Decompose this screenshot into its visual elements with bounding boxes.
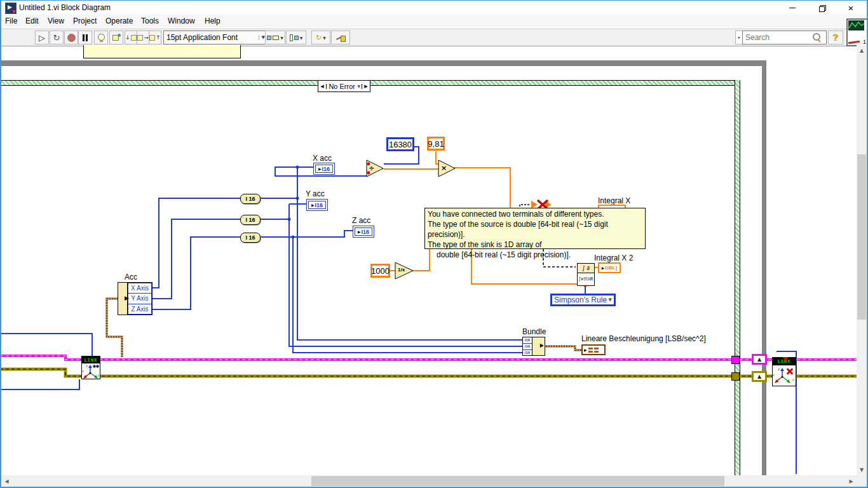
case-selector: ◀ No Error ▼ ▶ [318, 80, 370, 92]
menu-view[interactable]: View [48, 17, 64, 25]
scroll-right-button[interactable]: ▶ [846, 475, 857, 487]
y-acc-terminal[interactable]: ▶ I16 [306, 199, 328, 211]
menu-project[interactable]: Project [73, 17, 97, 25]
axis-z-label: z [778, 367, 780, 371]
scroll-left-button[interactable]: ◀ [1, 475, 12, 487]
linx-node-right[interactable]: LINX z x y [772, 357, 796, 386]
tunnel-error[interactable] [731, 372, 740, 381]
constant-16380[interactable]: 16380 [386, 137, 414, 151]
constant-1000[interactable]: 1000 [370, 264, 390, 278]
x-acc-label: X acc [313, 154, 332, 163]
minimize-icon [789, 8, 796, 8]
integration-method-enum[interactable]: Simpson's Rule ▼ [550, 294, 616, 306]
wire-multiply-out[interactable] [454, 168, 510, 208]
free-label-box[interactable] [83, 45, 241, 58]
unbundle-node[interactable]: X Axis Y Axis Z Axis [118, 282, 153, 315]
loop-tunnel-error[interactable]: ▲ [752, 371, 767, 382]
convert-to-i16-node[interactable]: I 16 [240, 233, 261, 243]
wire-junction[interactable] [296, 166, 299, 169]
distribute-objects-button[interactable]: ▼ [286, 30, 306, 44]
tunnel-dynamic[interactable] [731, 356, 740, 364]
scrollbar-corner [857, 475, 867, 487]
menu-operate[interactable]: Operate [105, 17, 133, 25]
font-selector-dropdown-icon: ▼ [259, 35, 265, 40]
case-selector-label[interactable]: No Error [327, 83, 357, 90]
help-icon: ? [833, 32, 839, 43]
wire-unbundle-z[interactable] [153, 237, 240, 309]
wire-g-to-multiply[interactable] [436, 151, 439, 164]
menu-edit[interactable]: Edit [25, 17, 39, 25]
convert-to-i16-node[interactable]: I 16 [240, 194, 261, 204]
goggles-icon [93, 365, 99, 368]
case-prev-button[interactable]: ◀ [318, 84, 327, 89]
while-loop-top-border[interactable] [0, 60, 766, 66]
lineare-terminal[interactable]: ▶ [581, 344, 606, 355]
wire-junction[interactable] [288, 218, 291, 221]
vi-icon[interactable]: 1 [846, 18, 868, 46]
integral-node[interactable]: ∫ ∂ ∫x(t)dt [577, 263, 595, 286]
horizontal-scrollbar[interactable]: ◀ ▶ [1, 475, 857, 487]
align-objects-button[interactable]: ▼ [265, 30, 285, 44]
wire-reciprocal-out[interactable] [412, 249, 430, 271]
close-button[interactable]: × [836, 1, 865, 15]
highlight-execution-button[interactable] [94, 30, 108, 44]
menu-window[interactable]: Window [168, 17, 195, 25]
wire-left-top[interactable] [0, 334, 92, 356]
step-over-button[interactable]: → [137, 30, 149, 44]
wire-junction[interactable] [296, 197, 299, 200]
scroll-up-button[interactable]: ▲ [857, 45, 867, 56]
case-next-button[interactable]: ▶ [362, 84, 370, 89]
search-icon[interactable] [813, 33, 821, 41]
title-bar: ▶ Untitled 1.vi Block Diagram × [0, 0, 868, 15]
wire-unbundle-x[interactable] [153, 198, 240, 288]
wire-junction[interactable] [292, 236, 295, 239]
case-dropdown-icon[interactable]: ▼ [357, 84, 360, 88]
run-continuously-button[interactable]: ↻ [50, 30, 64, 44]
menu-help[interactable]: Help [205, 17, 220, 25]
scroll-down-button[interactable]: ▼ [857, 464, 867, 475]
reorder-objects-icon: ↻ [316, 34, 322, 42]
close-icon: × [848, 3, 854, 13]
integral-x2-terminal[interactable]: ▶ DBL] [598, 262, 621, 273]
step-into-button[interactable]: ↓ [125, 30, 137, 44]
axis-x-label: x [82, 369, 84, 373]
run-button[interactable]: ▷ [35, 30, 49, 44]
constant-9-81[interactable]: 9,81 [427, 137, 445, 151]
wire-unbundle-y[interactable] [153, 219, 240, 299]
wire-to-zacc[interactable] [293, 231, 353, 237]
abort-button[interactable] [64, 30, 78, 44]
pause-button[interactable] [78, 30, 92, 44]
z-acc-terminal[interactable]: ▶ I16 [353, 226, 374, 238]
convert-to-i16-node[interactable]: I 16 [240, 215, 261, 225]
menu-file[interactable]: File [5, 17, 17, 25]
unbundle-field-y[interactable]: Y Axis [128, 294, 152, 304]
step-out-button[interactable]: ↑ [149, 30, 161, 44]
clean-up-diagram-button[interactable] [331, 30, 350, 44]
retain-wire-values-button[interactable] [109, 30, 123, 44]
reorder-objects-button[interactable]: ↻ ▼ [311, 30, 330, 44]
bundle-node[interactable]: I16 I16 I16 ▶ [522, 337, 545, 356]
vertical-scrollbar[interactable]: ▲ ▼ [857, 45, 867, 475]
menu-tools[interactable]: Tools [141, 17, 159, 25]
unbundle-field-z[interactable]: Z Axis [128, 304, 152, 315]
restore-button[interactable] [807, 1, 836, 15]
labview-window: ▶ Untitled 1.vi Block Diagram × File Edi… [0, 0, 868, 488]
while-loop-right-border[interactable] [762, 60, 766, 475]
wire-bundle-to-indicator[interactable] [545, 346, 581, 350]
linx-node-left[interactable]: LINX z x y [81, 356, 100, 379]
font-selector[interactable]: 15pt Application Font ▼ [163, 30, 268, 44]
case-structure-right-border[interactable] [735, 80, 740, 475]
vertical-scroll-thumb[interactable] [857, 154, 866, 320]
loop-tunnel-dynamic[interactable]: ▲ [752, 354, 767, 365]
minimize-button[interactable] [778, 1, 807, 15]
window-border-left [0, 0, 1, 488]
align-objects-icon [267, 36, 271, 40]
context-help-button[interactable]: ? [828, 30, 843, 44]
wire-left-bottom[interactable] [0, 379, 79, 390]
toolbar: ▷ ↻ ↓ → [0, 29, 868, 46]
horizontal-scroll-thumb[interactable] [311, 476, 724, 486]
enum-dropdown-icon: ▼ [609, 297, 612, 302]
unbundle-field-x[interactable]: X Axis [128, 283, 152, 294]
search-input[interactable] [744, 32, 810, 43]
x-acc-terminal[interactable]: ▶ I16 [313, 163, 335, 175]
